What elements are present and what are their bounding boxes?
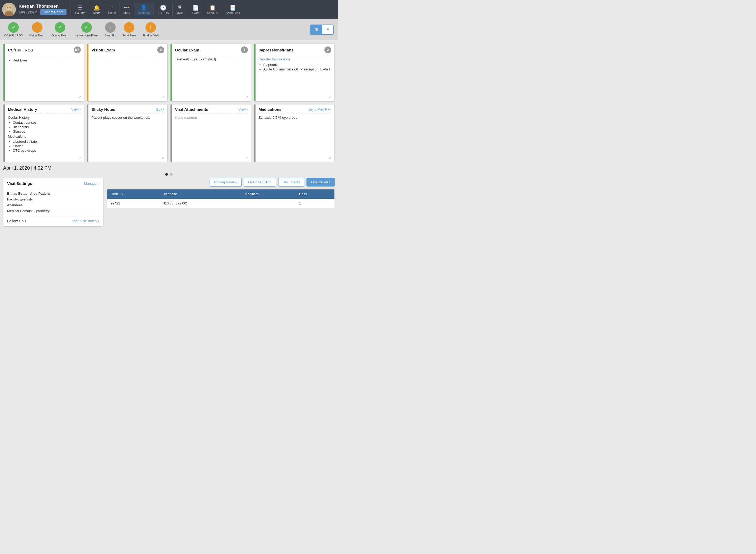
list-item: Acute Conjunctivitis OU Prescription, E-… bbox=[263, 67, 332, 71]
card-header-medical-history: Medical History View> bbox=[5, 105, 84, 113]
expand-icon-vision[interactable]: ⤢ bbox=[161, 95, 165, 99]
send-rx-icon: 📋 bbox=[209, 4, 216, 11]
finalize-visit-button[interactable]: Finalize Visit bbox=[306, 178, 335, 186]
nav-call-btn[interactable]: ☰ Call Btn bbox=[71, 3, 90, 16]
visit-settings-body: Bill as Established Patient Facility: Ey… bbox=[7, 191, 100, 214]
step-icon-finalize: ! bbox=[145, 22, 156, 33]
card-title-vision: Vision Exam bbox=[92, 48, 115, 52]
expand-icon-medical-history[interactable]: ⤢ bbox=[78, 156, 81, 160]
vision-icon: 👁 bbox=[178, 4, 183, 10]
card-medications: Medications Send Med Rx> Zymaxid 0.5 % e… bbox=[254, 104, 335, 162]
workflow-bar: ✓ CC/HPI | ROS ! Vision Exam ✓ Ocular Ex… bbox=[0, 19, 338, 40]
list-view-button[interactable]: ≡ bbox=[322, 25, 333, 34]
nav-cc-ros[interactable]: 🕐 CC/ROS bbox=[154, 3, 173, 16]
expand-icon-ocular[interactable]: ⤢ bbox=[245, 95, 248, 99]
nav-more[interactable]: ••• More bbox=[120, 3, 134, 16]
nav-overview-label: Overview bbox=[138, 11, 150, 14]
expand-icon-impressions[interactable]: ⤢ bbox=[329, 95, 332, 99]
nav-alerts[interactable]: 🔔 Alerts bbox=[89, 3, 104, 16]
card-body-vision bbox=[89, 57, 168, 101]
nav-vision[interactable]: 👁 Vision bbox=[172, 3, 188, 16]
ocular-exam-text: Telehealth Eye Exam (text) bbox=[175, 57, 216, 61]
workflow-step-send-fees[interactable]: ! Send Fees bbox=[122, 22, 136, 37]
nav-alerts-label: Alerts bbox=[93, 11, 100, 14]
card-body-sticky-notes: Patient plays soccer on the weekends. bbox=[89, 116, 168, 162]
send-med-rx-link[interactable]: Send Med Rx> bbox=[309, 107, 331, 111]
section-heading-ocular: Ocular History bbox=[8, 116, 81, 119]
nav-send-rx[interactable]: 📋 Send Rx bbox=[203, 3, 222, 16]
select-room-button[interactable]: Select Room bbox=[40, 9, 66, 15]
main-nav: ☰ Call Btn 🔔 Alerts ⌂ Home ••• More 👤 Ov… bbox=[71, 3, 336, 16]
list-item: Blepharitis bbox=[263, 63, 332, 67]
nav-overview[interactable]: 👤 Overview bbox=[134, 3, 154, 16]
sticky-notes-edit-link[interactable]: Edit> bbox=[156, 107, 164, 111]
step-icon-cc-hpi: ✓ bbox=[8, 22, 19, 33]
nav-send-fees[interactable]: 📑 Send Fees bbox=[222, 3, 244, 16]
card-impressions: Impressions/Plans 2 Reorder Impressions … bbox=[254, 44, 335, 102]
card-badge-impressions: 2 bbox=[324, 46, 331, 53]
col-units: Units bbox=[295, 189, 335, 199]
workflow-step-send-rx[interactable]: ! Send Rx bbox=[105, 22, 116, 37]
card-ocular: Ocular Exam 5 Telehealth Eye Exam (text)… bbox=[170, 44, 251, 102]
medical-history-view-link[interactable]: View> bbox=[71, 107, 81, 111]
workflow-step-vision[interactable]: ! Vision Exam bbox=[29, 22, 45, 37]
workflow-step-finalize[interactable]: ! Finalize Visit bbox=[143, 22, 159, 37]
reorder-impressions-link[interactable]: Reorder Impressions bbox=[259, 57, 291, 61]
col-code: Code ▼ bbox=[107, 189, 159, 199]
workflow-step-impressions[interactable]: ✓ Impressions/Plans bbox=[75, 22, 98, 37]
follow-up-link[interactable]: Follow Up > bbox=[7, 219, 27, 223]
patient-info: Keegan Thompsen 3/6/90 (30) M Select Roo… bbox=[18, 4, 66, 15]
col-modifiers: Modifiers bbox=[241, 189, 295, 199]
cell-modifiers bbox=[241, 199, 295, 208]
card-body-visit-attachments: None reported bbox=[172, 116, 251, 162]
nav-exam-label: Exam bbox=[192, 11, 199, 14]
exam-icon: 📄 bbox=[192, 4, 199, 11]
expand-icon-visit-attachments[interactable]: ⤢ bbox=[245, 156, 248, 160]
workflow-step-cc-hpi[interactable]: ✓ CC/HPI | ROS bbox=[4, 22, 23, 37]
grid-view-button[interactable]: ⊞ bbox=[310, 25, 322, 34]
attendees: Attendees: bbox=[7, 203, 23, 207]
expand-icon-medications[interactable]: ⤢ bbox=[329, 156, 332, 160]
step-icon-ocular: ✓ bbox=[55, 22, 65, 33]
manage-link[interactable]: Manage > bbox=[84, 181, 100, 185]
svg-point-3 bbox=[7, 6, 11, 10]
override-billing-button[interactable]: Override Billing bbox=[244, 178, 276, 186]
step-label-send-rx: Send Rx bbox=[105, 34, 116, 37]
send-fees-icon: 📑 bbox=[230, 4, 236, 11]
workflow-step-ocular[interactable]: ✓ Ocular Exam bbox=[51, 22, 68, 37]
svg-point-5 bbox=[9, 7, 10, 8]
cell-units: 1 bbox=[295, 199, 335, 208]
coding-review-button[interactable]: Coding Review bbox=[210, 178, 242, 186]
sort-arrow-code: ▼ bbox=[121, 193, 123, 196]
page-dot-2[interactable] bbox=[170, 173, 172, 176]
step-label-vision: Vision Exam bbox=[29, 34, 45, 37]
documents-button[interactable]: Documents bbox=[278, 178, 305, 186]
addtl-visit-notes-link[interactable]: Addtl Visit Notes > bbox=[71, 219, 100, 223]
patient-name: Keegan Thompsen bbox=[18, 4, 66, 9]
nav-exam[interactable]: 📄 Exam bbox=[188, 3, 203, 16]
card-title-sticky-notes: Sticky Notes bbox=[92, 107, 115, 112]
none-reported-text: None reported bbox=[175, 116, 197, 119]
expand-icon-cc-hpi[interactable]: ⤢ bbox=[78, 95, 81, 99]
card-header-vision: Vision Exam 0 bbox=[89, 44, 168, 55]
nav-home[interactable]: ⌂ Home bbox=[104, 3, 119, 16]
card-title-cc-hpi: CC/HPI | ROS bbox=[8, 48, 33, 52]
visit-attachments-view-link[interactable]: View> bbox=[238, 107, 248, 111]
card-title-ocular: Ocular Exam bbox=[175, 48, 199, 52]
card-body-cc-hpi: Red Eyes bbox=[5, 57, 84, 101]
list-item: albuterol sulfate bbox=[13, 140, 81, 144]
card-header-ocular: Ocular Exam 5 bbox=[172, 44, 251, 55]
card-header-impressions: Impressions/Plans 2 bbox=[255, 44, 335, 55]
home-icon: ⌂ bbox=[110, 4, 113, 10]
list-item: Glasses bbox=[13, 129, 81, 133]
nav-send-rx-label: Send Rx bbox=[207, 11, 218, 14]
sticky-notes-text: Patient plays soccer on the weekends. bbox=[92, 116, 150, 119]
medical-domain: Medical Domain: Optometry bbox=[7, 209, 50, 213]
billing-actions: Coding Review Override Billing Documents… bbox=[107, 178, 335, 186]
page-dot-1[interactable] bbox=[165, 173, 168, 176]
visit-settings-panel: Visit Settings Manage > Bill as Establis… bbox=[3, 178, 103, 227]
card-title-medical-history: Medical History bbox=[8, 107, 37, 112]
bottom-section: Visit Settings Manage > Bill as Establis… bbox=[0, 178, 338, 230]
expand-icon-sticky-notes[interactable]: ⤢ bbox=[161, 156, 165, 160]
view-toggle: ⊞ ≡ bbox=[310, 24, 334, 35]
